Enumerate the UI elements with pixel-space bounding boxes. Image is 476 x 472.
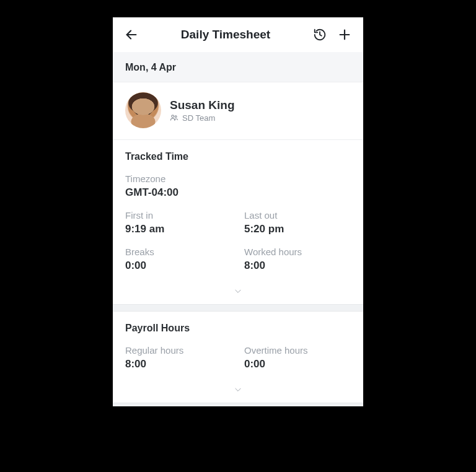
section-divider xyxy=(113,304,363,312)
svg-point-3 xyxy=(172,115,174,118)
back-button[interactable] xyxy=(123,26,140,43)
worked-hours-label: Worked hours xyxy=(244,247,351,257)
field-breaks: Breaks 0:00 xyxy=(125,247,232,272)
payroll-card: Payroll Hours Regular hours 8:00 Overtim… xyxy=(113,312,363,403)
payroll-title: Payroll Hours xyxy=(125,323,351,334)
last-out-label: Last out xyxy=(244,210,351,221)
user-name: Susan King xyxy=(170,98,235,112)
user-team: SD Team xyxy=(170,113,235,123)
breaks-label: Breaks xyxy=(125,247,232,257)
bottom-divider xyxy=(113,403,363,406)
field-regular-hours: Regular hours 8:00 xyxy=(125,345,232,370)
field-timezone: Timezone GMT-04:00 xyxy=(125,173,351,199)
timezone-label: Timezone xyxy=(125,173,351,184)
app-screen: Daily Timesheet Mon, 4 Apr Susan King SD… xyxy=(113,17,363,406)
date-label: Mon, 4 Apr xyxy=(125,62,351,73)
field-first-in: First in 9:19 am xyxy=(125,210,232,235)
team-icon xyxy=(170,113,178,122)
regular-hours-value: 8:00 xyxy=(125,358,232,370)
payroll-expand-button[interactable] xyxy=(113,377,363,403)
plus-icon xyxy=(338,28,351,42)
user-meta: Susan King SD Team xyxy=(170,98,235,123)
overtime-hours-value: 0:00 xyxy=(244,358,351,370)
user-team-label: SD Team xyxy=(182,113,215,123)
tracked-time-section: Tracked Time Timezone GMT-04:00 First in… xyxy=(113,140,363,278)
first-in-value: 9:19 am xyxy=(125,223,232,235)
chevron-down-icon xyxy=(232,385,244,394)
add-button[interactable] xyxy=(336,26,353,43)
overtime-hours-label: Overtime hours xyxy=(244,345,351,356)
top-bar: Daily Timesheet xyxy=(113,17,363,52)
tracked-expand-button[interactable] xyxy=(113,278,363,304)
history-button[interactable] xyxy=(311,26,328,43)
svg-point-4 xyxy=(175,116,177,118)
last-out-value: 5:20 pm xyxy=(244,223,351,235)
avatar xyxy=(125,92,161,128)
user-card: Susan King SD Team Tracked Time Timezone… xyxy=(113,82,363,304)
tracked-time-title: Tracked Time xyxy=(125,151,351,162)
field-worked-hours: Worked hours 8:00 xyxy=(244,247,351,272)
worked-hours-value: 8:00 xyxy=(244,260,351,272)
field-overtime-hours: Overtime hours 0:00 xyxy=(244,345,351,370)
chevron-down-icon xyxy=(232,287,244,295)
timezone-value: GMT-04:00 xyxy=(125,186,351,199)
date-bar: Mon, 4 Apr xyxy=(113,52,363,82)
regular-hours-label: Regular hours xyxy=(125,345,232,356)
history-icon xyxy=(313,28,327,42)
page-title: Daily Timesheet xyxy=(140,28,311,42)
first-in-label: First in xyxy=(125,210,232,221)
user-row[interactable]: Susan King SD Team xyxy=(113,82,363,140)
field-last-out: Last out 5:20 pm xyxy=(244,210,351,235)
payroll-section: Payroll Hours Regular hours 8:00 Overtim… xyxy=(113,312,363,377)
breaks-value: 0:00 xyxy=(125,260,232,272)
arrow-left-icon xyxy=(125,28,138,42)
